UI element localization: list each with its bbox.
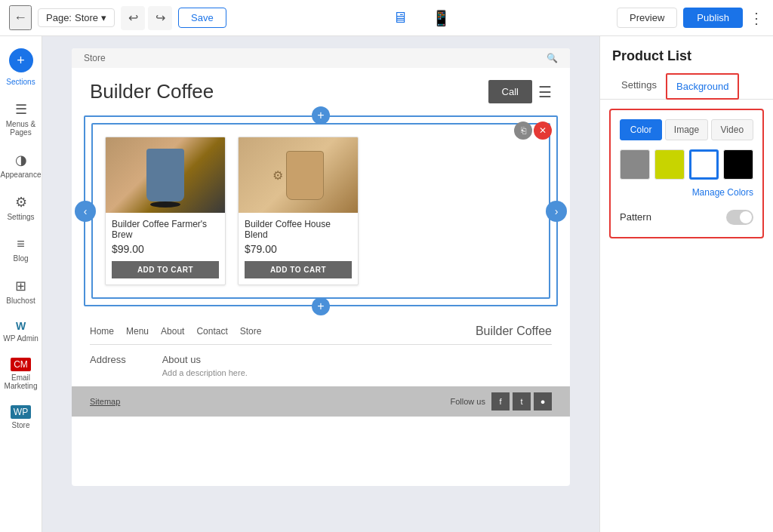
color-swatch-gray[interactable] [620, 149, 650, 180]
footer-links: Home Menu About Contact Store [90, 326, 261, 337]
search-icon: 🔍 [547, 53, 558, 63]
add-to-cart-button[interactable]: ADD TO CART [245, 261, 352, 278]
product-bag-2: ⚙ [273, 151, 324, 200]
product-image: ⚙ [239, 137, 358, 213]
footer-nav: Home Menu About Contact Store Builder Co… [72, 312, 570, 344]
instagram-icon[interactable]: ● [534, 392, 552, 411]
product-bag [146, 149, 184, 201]
product-image-bg [106, 137, 225, 213]
add-section-above-button[interactable]: + [312, 106, 330, 125]
page-selector[interactable]: Page: Store ▾ [38, 8, 115, 27]
product-grid: Builder Coffee Farmer's Brew $99.00 ADD … [105, 137, 537, 285]
footer-link-store[interactable]: Store [240, 326, 262, 337]
product-name: Builder Coffee Farmer's Brew [112, 219, 219, 240]
site-header-right: Call ☰ [488, 80, 552, 103]
publish-button[interactable]: Publish [683, 8, 743, 28]
carousel-prev-button[interactable]: ‹ [75, 201, 96, 222]
tab-settings[interactable]: Settings [612, 73, 666, 100]
footer-about-desc: Add a description here. [162, 368, 248, 377]
sidebar-item-store[interactable]: WP Store [0, 399, 42, 435]
bluchost-icon: ⊞ [15, 278, 26, 294]
delete-section-button[interactable]: ✕ [534, 121, 552, 140]
right-panel: Product List Settings Background Color I… [599, 36, 773, 532]
panel-title: Product List [600, 36, 773, 73]
sidebar-item-store-label: Store [12, 421, 30, 429]
sidebar-item-blog-label: Blog [13, 254, 28, 263]
twitter-icon[interactable]: t [513, 392, 531, 411]
footer-link-home[interactable]: Home [90, 326, 114, 337]
undo-button[interactable]: ↩ [121, 6, 145, 30]
footer-link-about[interactable]: About [161, 326, 184, 337]
page-name: Store [75, 12, 98, 23]
top-header: ← Page: Store ▾ ↩ ↪ Save 🖥 📱 Preview Pub… [0, 0, 773, 36]
panel-tabs: Settings Background [600, 73, 773, 100]
hamburger-icon[interactable]: ☰ [538, 83, 552, 101]
footer-link-menu[interactable]: Menu [126, 326, 149, 337]
pattern-toggle[interactable] [726, 210, 753, 225]
sidebar-item-email[interactable]: CM EmailMarketing [0, 352, 42, 396]
facebook-icon[interactable]: f [491, 392, 510, 411]
section-controls: ⎗ ✕ [514, 121, 552, 140]
sidebar-item-settings-label: Settings [7, 213, 34, 221]
product-card: ⚙ Builder Coffee House Blend $79.00 ADD … [238, 137, 359, 285]
pattern-row: Pattern [620, 204, 753, 228]
coffee-bag-2 [286, 151, 324, 200]
color-swatch-white[interactable] [689, 149, 719, 180]
footer-link-contact[interactable]: Contact [196, 326, 227, 337]
social-follow: Follow us f t ● [451, 392, 552, 411]
carousel-next-button[interactable]: › [546, 201, 567, 222]
blog-icon: ≡ [17, 236, 25, 252]
call-button[interactable]: Call [488, 80, 532, 103]
appearance-icon: ◑ [15, 152, 27, 168]
add-section-below-button[interactable]: + [312, 297, 330, 315]
header-actions: Preview Publish ⋮ [617, 8, 764, 28]
footer-about-title: About us [162, 354, 248, 365]
sidebar-item-bluchost[interactable]: ⊞ Bluchost [0, 272, 42, 311]
sections-icon: + [9, 48, 33, 72]
sidebar-item-bluchost-label: Bluchost [6, 297, 35, 305]
sidebar-item-menus[interactable]: ☰ Menus &Pages [0, 95, 42, 143]
color-swatches [620, 149, 753, 180]
gear-overlay-icon: ⚙ [273, 168, 283, 183]
social-icons: f t ● [491, 392, 552, 411]
settings-icon: ⚙ [15, 194, 27, 211]
left-sidebar: + Sections ☰ Menus &Pages ◑ Appearance ⚙… [0, 36, 42, 532]
bg-type-image[interactable]: Image [665, 119, 707, 140]
color-swatch-yellow-green[interactable] [654, 149, 685, 180]
back-button[interactable]: ← [9, 5, 32, 30]
save-button[interactable]: Save [178, 8, 226, 28]
sidebar-item-sections-label: Sections [6, 78, 35, 86]
sidebar-item-wpadmin[interactable]: W WP Admin [0, 314, 42, 349]
product-price: $99.00 [112, 243, 219, 255]
sidebar-item-appearance[interactable]: ◑ Appearance [0, 146, 42, 185]
add-to-cart-button[interactable]: ADD TO CART [112, 261, 219, 278]
sidebar-item-email-label: EmailMarketing [5, 374, 38, 390]
tab-background[interactable]: Background [666, 73, 739, 100]
sidebar-item-settings[interactable]: ⚙ Settings [0, 188, 42, 227]
history-buttons: ↩ ↪ [121, 6, 172, 30]
product-info: Builder Coffee Farmer's Brew $99.00 ADD … [106, 213, 225, 284]
bg-type-video[interactable]: Video [711, 119, 753, 140]
manage-colors-link[interactable]: Manage Colors [620, 187, 753, 198]
preview-button[interactable]: Preview [617, 8, 677, 28]
desktop-view-button[interactable]: 🖥 [386, 6, 414, 30]
copy-section-button[interactable]: ⎗ [514, 121, 532, 140]
bg-type-color[interactable]: Color [620, 119, 662, 140]
mobile-view-button[interactable]: 📱 [426, 6, 457, 30]
color-swatch-black[interactable] [723, 149, 753, 180]
menus-icon: ☰ [15, 101, 27, 118]
footer-address-col: Address [90, 354, 126, 377]
store-topbar: Store 🔍 [72, 48, 570, 68]
product-info: Builder Coffee House Blend $79.00 ADD TO… [239, 213, 358, 284]
sidebar-item-blog[interactable]: ≡ Blog [0, 230, 42, 269]
sitemap-link[interactable]: Sitemap [90, 397, 120, 406]
sidebar-item-appearance-label: Appearance [1, 171, 42, 179]
more-options-button[interactable]: ⋮ [749, 9, 764, 27]
canvas-area: Store 🔍 Builder Coffee Call ☰ + ⎗ ✕ [42, 36, 599, 532]
device-switcher: 🖥 📱 [233, 6, 611, 30]
product-section: + ⎗ ✕ [84, 115, 558, 306]
redo-button[interactable]: ↪ [148, 6, 172, 30]
sidebar-item-sections[interactable]: + Sections [0, 42, 42, 92]
footer-brand: Builder Coffee [476, 324, 552, 338]
pattern-label: Pattern [620, 211, 651, 223]
